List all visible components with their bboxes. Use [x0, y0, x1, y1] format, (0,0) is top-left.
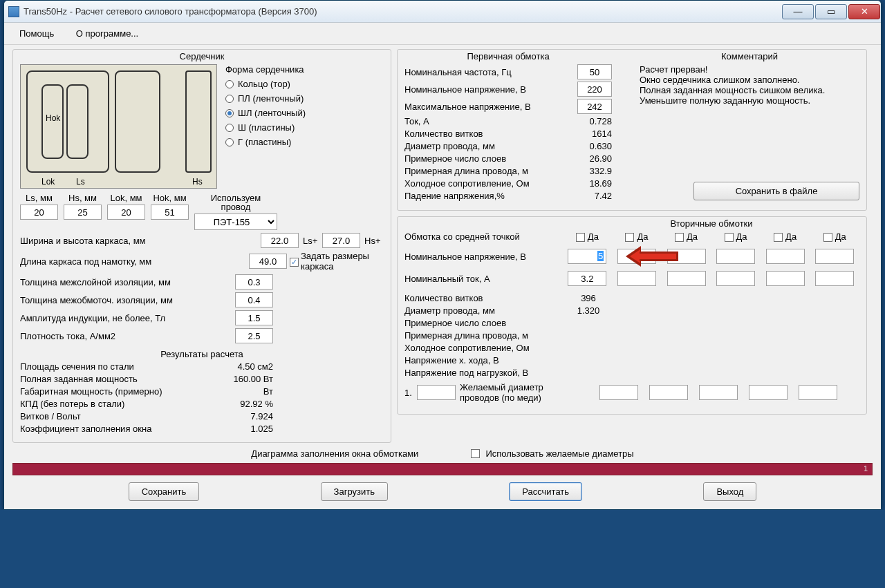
res-eff: 92.92 % — [211, 398, 273, 410]
wish-d-4[interactable] — [749, 385, 788, 400]
window-title: Trans50Hz - Расчет сетевого силового тра… — [24, 6, 781, 17]
radio-pl[interactable] — [225, 95, 234, 103]
radio-ring[interactable] — [225, 80, 234, 88]
prim-layers: 26.90 — [563, 153, 612, 164]
diag-hs: Hs — [192, 177, 203, 187]
wish-d-3[interactable] — [699, 385, 738, 400]
input-frame-w[interactable] — [261, 233, 299, 248]
res-steel-area: 4.50 см2 — [211, 361, 273, 373]
exit-button[interactable]: Выход — [703, 482, 756, 501]
sec-turns: 396 — [563, 293, 613, 303]
input-bmax[interactable] — [235, 310, 273, 325]
sec-vnom-5[interactable] — [766, 249, 805, 264]
tap-check-2[interactable] — [625, 233, 634, 242]
sec-inom-6[interactable] — [815, 271, 854, 286]
results-title: Результаты расчета — [20, 349, 384, 359]
radio-shl[interactable] — [225, 109, 234, 117]
secondary-title: Вторичные обмотки — [563, 218, 859, 229]
prim-len: 332.9 — [563, 166, 612, 176]
check-set-frame[interactable] — [290, 258, 299, 267]
app-icon — [8, 6, 19, 17]
diag-lok: Lok — [41, 177, 55, 187]
prim-dwire: 0.630 — [563, 141, 612, 151]
radio-sh[interactable] — [225, 124, 234, 132]
maximize-button[interactable]: ▭ — [815, 4, 847, 19]
menu-about[interactable]: О программе... — [66, 26, 148, 41]
input-ls[interactable] — [20, 205, 58, 220]
titlebar: Trans50Hz - Расчет сетевого силового тра… — [4, 1, 881, 23]
input-vmax[interactable] — [577, 99, 612, 114]
sec-vnom-4[interactable] — [716, 249, 755, 264]
input-inter-layer[interactable] — [235, 274, 273, 290]
tap-check-3[interactable] — [675, 233, 684, 242]
input-hok[interactable] — [151, 205, 189, 220]
tap-check-4[interactable] — [725, 233, 734, 242]
wish-d-5[interactable] — [799, 385, 837, 400]
diag-hok: Hok — [46, 113, 60, 123]
close-button[interactable]: ✕ — [848, 4, 880, 19]
wire-select[interactable]: ПЭТ-155 — [194, 214, 277, 230]
res-tpv: 7.924 — [211, 410, 273, 423]
core-group: Сердечник Hok Lok Ls Hs Форма с — [12, 49, 391, 443]
primary-title: Первичная обмотка — [404, 51, 612, 61]
secondary-group: Вторичные обмотки Обмотка со средней точ… — [397, 216, 867, 415]
save-button[interactable]: Сохранить — [129, 482, 200, 501]
comment-title: Комментарий — [640, 51, 859, 61]
load-button[interactable]: Загрузить — [321, 482, 388, 501]
fill-bar: 1 — [12, 463, 873, 475]
shape-label: Форма сердечника — [225, 64, 306, 75]
prim-i: 0.728 — [563, 116, 612, 126]
diag-ls: Ls — [76, 177, 85, 187]
tap-check-1[interactable] — [576, 233, 585, 242]
pointer-arrow — [626, 246, 681, 267]
tap-check-5[interactable] — [774, 233, 783, 242]
prim-rcold: 18.69 — [563, 178, 612, 189]
sec-inom-3[interactable] — [667, 271, 706, 286]
comment-text: Расчет прерван! Окно сердечника слишком … — [640, 64, 859, 106]
sec-inom-2[interactable] — [617, 271, 656, 286]
core-diagram: Hok Lok Ls Hs — [20, 64, 217, 189]
save-file-button[interactable]: Сохранить в файле — [693, 182, 859, 200]
use-wish-check[interactable] — [471, 449, 480, 458]
input-frame-h[interactable] — [322, 233, 360, 248]
wish-d-2[interactable] — [649, 385, 688, 400]
sec-inom-4[interactable] — [716, 271, 755, 286]
sec-dwire: 1.320 — [563, 305, 613, 316]
sec-inom-5[interactable] — [766, 271, 805, 286]
input-vnom[interactable] — [577, 82, 612, 97]
menubar: Помощь О программе... — [4, 23, 881, 45]
input-lok[interactable] — [107, 205, 145, 220]
wish-d-0[interactable] — [417, 385, 456, 400]
wish-d-1[interactable] — [599, 385, 638, 400]
primary-group: Первичная обмотка Номинальная частота, Г… — [397, 49, 867, 211]
prim-vdrop: 7.42 — [563, 191, 612, 201]
tap-check-6[interactable] — [823, 233, 832, 242]
sec-inom-1[interactable] — [568, 271, 606, 286]
sec-vnom-6[interactable] — [815, 249, 854, 264]
app-window: Trans50Hz - Расчет сетевого силового тра… — [3, 0, 882, 510]
input-j[interactable] — [235, 328, 273, 343]
prim-turns: 1614 — [563, 129, 612, 139]
minimize-button[interactable]: — — [782, 4, 814, 19]
core-title: Сердечник — [20, 51, 384, 61]
res-fill: 1.025 — [211, 423, 273, 435]
diagram-label: Диаграмма заполнения окна обмотками — [251, 448, 418, 459]
calc-button[interactable]: Рассчитать — [509, 482, 582, 501]
input-frame-len[interactable] — [249, 254, 287, 269]
input-freq[interactable] — [577, 64, 612, 79]
res-full-power: 160.00 Вт — [211, 373, 273, 386]
input-inter-wind[interactable] — [235, 292, 273, 307]
res-gab-power: Вт — [211, 386, 273, 398]
input-hs[interactable] — [64, 205, 102, 220]
radio-g[interactable] — [225, 138, 234, 146]
menu-help[interactable]: Помощь — [10, 26, 64, 41]
